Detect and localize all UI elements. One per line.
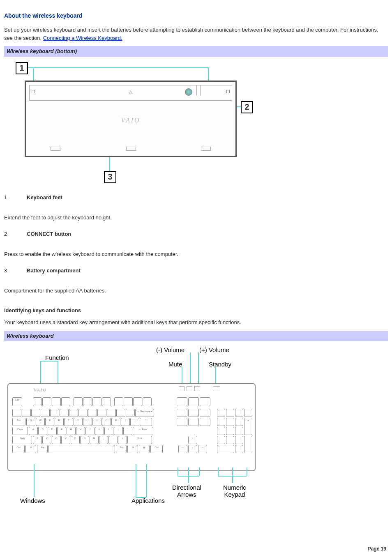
keyboard-key xyxy=(42,397,51,406)
keyboard-key xyxy=(217,427,225,435)
vaio-logo: VAIO xyxy=(34,387,47,392)
keyboard-key: ; xyxy=(114,427,123,435)
keyboard-key: ▤ xyxy=(139,445,150,453)
keyboard-key: P xyxy=(111,418,120,426)
keyboard-key xyxy=(217,445,234,453)
keyboard-key: C xyxy=(52,436,61,444)
label-directional: Directional Arrows xyxy=(172,484,201,498)
keyboard-key xyxy=(124,397,133,406)
diagram-keyboard-bottom: 1 2 3 △ VAIO xyxy=(4,60,263,185)
eject-icon: △ xyxy=(129,88,132,95)
keyboard-key: Shift xyxy=(127,436,152,444)
def-num: 2 xyxy=(4,230,27,238)
keyboard-key: A xyxy=(29,427,38,435)
keyboard-key xyxy=(102,397,111,406)
vaio-logo: VAIO xyxy=(121,117,140,124)
label-function: Function xyxy=(45,354,69,361)
keyboard-key xyxy=(235,427,243,435)
keyboard-key xyxy=(177,418,187,426)
keyboard-key: M xyxy=(90,436,99,444)
keyboard-key: Q xyxy=(26,418,35,426)
keyboard-key: Esc xyxy=(12,397,22,406)
keyboard-key xyxy=(226,436,234,444)
def-desc: Compartment for the supplied AA batterie… xyxy=(4,287,388,295)
label-vol-up: (+) Volume xyxy=(199,346,229,353)
keyboard-key xyxy=(244,436,252,453)
keyboard-key: + xyxy=(244,418,252,435)
keyboard-key: L xyxy=(104,427,113,435)
keyboard-key xyxy=(88,409,97,417)
connect-button-graphic xyxy=(185,88,192,96)
callout-3: 3 xyxy=(104,171,116,183)
keyboard-key: D xyxy=(48,427,57,435)
diagram-keyboard-top: Function (-) Volume (+) Volume Mute Stan… xyxy=(4,344,267,507)
keyboard-key: H xyxy=(76,427,85,435)
keyboard-key: R xyxy=(55,418,64,426)
keyboard-key: U xyxy=(83,418,92,426)
keyboard-key: Tab xyxy=(12,418,25,426)
keyboard-key xyxy=(235,409,243,417)
keyboard-key xyxy=(244,409,252,417)
keyboard-key xyxy=(200,397,210,406)
keyboard-key: \ xyxy=(140,418,152,426)
keyboard-key xyxy=(12,409,21,417)
keyboard-key xyxy=(177,397,187,406)
keyboard-key xyxy=(217,436,225,444)
keyboard-key: , xyxy=(99,436,108,444)
def-term: CONNECT button xyxy=(27,230,71,238)
keyboard-key xyxy=(217,418,225,426)
keyboard-key: ← Backspace xyxy=(135,409,154,417)
label-numeric: Numeric Keypad xyxy=(223,484,246,498)
keyboard-key: ← Enter xyxy=(133,427,153,435)
label-mute: Mute xyxy=(168,361,182,368)
keyboard-key: X xyxy=(42,436,51,444)
keyboard-key: → xyxy=(198,445,207,453)
keyboard-key xyxy=(60,409,69,417)
keyboard-key: ← xyxy=(178,445,187,453)
keyboard-key xyxy=(188,397,199,406)
intro-paragraph: Set up your wireless keyboard and insert… xyxy=(4,26,388,42)
keyboard-key: Y xyxy=(74,418,83,426)
keyboard-key xyxy=(143,397,152,406)
keyboard-key: ' xyxy=(123,427,132,435)
keyboard-key xyxy=(116,409,125,417)
keyboard-key: W xyxy=(36,418,45,426)
subheading-desc: Your keyboard uses a standard key arrang… xyxy=(4,318,388,327)
caption-bar-bottom: Wireless keyboard (bottom) xyxy=(4,46,388,57)
keyboard-key: Z xyxy=(33,436,42,444)
keyboard-key: Caps xyxy=(12,427,28,435)
keyboard-key: Alt xyxy=(37,445,48,453)
definition-1: 1 Keyboard feet Extend the feet to adjus… xyxy=(4,193,388,222)
keyboard-key: J xyxy=(85,427,95,435)
keyboard-key xyxy=(188,409,199,417)
keyboard-key xyxy=(69,409,78,417)
def-desc: Press to enable the wireless keyboard to… xyxy=(4,250,388,258)
keyboard-bottom-outline: △ VAIO xyxy=(25,81,237,157)
keyboard-key xyxy=(48,445,115,453)
keyboard-key: G xyxy=(67,427,76,435)
keyboard-key xyxy=(177,409,187,417)
keyboard-key xyxy=(235,436,243,444)
keyboard-key: . xyxy=(108,436,118,444)
keyboard-key: ⊞ xyxy=(127,445,138,453)
keyboard-key xyxy=(133,397,142,406)
keyboard-key xyxy=(235,445,243,453)
keyboard-key: ↓ xyxy=(188,445,197,453)
keyboard-key xyxy=(107,409,116,417)
keyboard-key: ] xyxy=(130,418,139,426)
keyboard-key: Ctrl xyxy=(12,445,25,453)
keyboard-key: Alt xyxy=(116,445,127,453)
keyboard-key xyxy=(50,409,59,417)
section-title: About the wireless keyboard xyxy=(4,12,388,20)
keyboard-key: V xyxy=(61,436,70,444)
keyboard-key xyxy=(83,397,92,406)
keyboard-key xyxy=(188,418,199,426)
def-desc: Extend the feet to adjust the keyboard h… xyxy=(4,214,388,222)
callout-2: 2 xyxy=(241,101,253,113)
keyboard-key xyxy=(226,418,234,426)
keyboard-key xyxy=(217,409,225,417)
connecting-keyboard-link[interactable]: Connecting a Wireless Keyboard. xyxy=(43,35,122,41)
callout-1: 1 xyxy=(16,62,28,74)
keyboard-key: S xyxy=(38,427,47,435)
caption-bar-top: Wireless keyboard xyxy=(4,331,388,341)
